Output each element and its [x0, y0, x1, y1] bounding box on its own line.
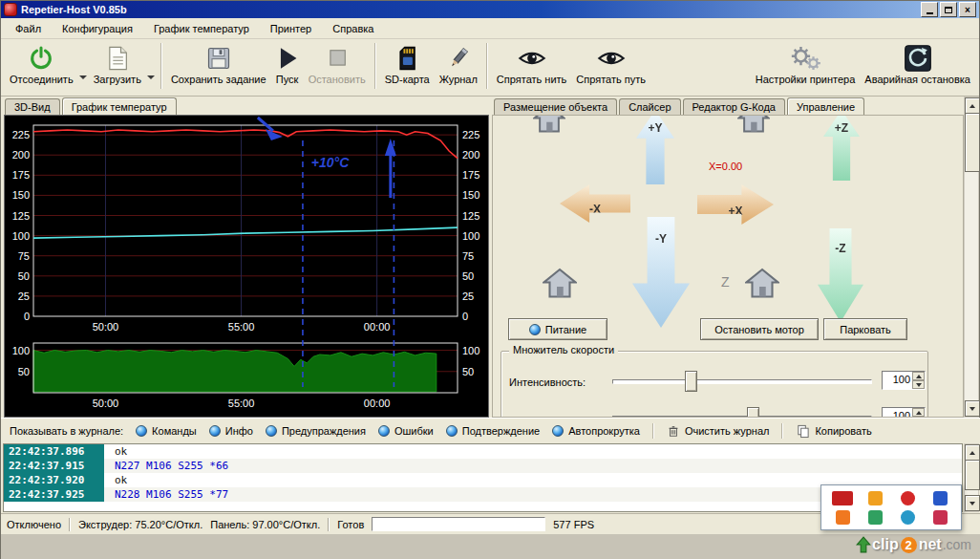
svg-text:125: 125: [12, 210, 30, 222]
svg-text:50:00: 50:00: [93, 398, 119, 409]
svg-text:100: 100: [12, 345, 30, 356]
svg-text:25: 25: [18, 290, 30, 302]
menu-temp-graph[interactable]: График температур: [143, 20, 260, 37]
toggle-errors[interactable]: Ошибки: [378, 425, 434, 437]
tool-icon[interactable]: [868, 491, 883, 505]
menu-config[interactable]: Конфигурация: [52, 20, 143, 37]
tab-3d-view[interactable]: 3D-Вид: [5, 98, 60, 115]
svg-text:55:00: 55:00: [228, 398, 255, 409]
copy-button[interactable]: Копировать: [796, 423, 871, 439]
log-button[interactable]: Журнал: [435, 40, 482, 87]
stop-motor-button[interactable]: Остановить мотор: [700, 318, 819, 340]
spin-down-button[interactable]: [912, 380, 925, 389]
home-all-button[interactable]: [543, 267, 577, 300]
tab-gcode-editor[interactable]: Редактор G-Кода: [683, 98, 785, 115]
jog-minus-x-button[interactable]: -X: [560, 184, 630, 223]
tab-temp-graph[interactable]: График температур: [62, 97, 177, 115]
jog-minus-z-button[interactable]: -Z: [818, 228, 863, 322]
manual-control-area: +Y +Z X=0.00 -X +X -Y -Z Z Питание Остан…: [492, 115, 964, 418]
tool-icon[interactable]: [901, 510, 915, 525]
toolbar-separator: [160, 43, 162, 89]
home-x-button[interactable]: [533, 115, 565, 135]
intensity-slider[interactable]: [612, 371, 872, 391]
scroll-down-button[interactable]: [965, 495, 980, 511]
jog-plus-x-button[interactable]: +X: [697, 184, 774, 225]
minimize-button[interactable]: [921, 2, 938, 17]
toggle-commands[interactable]: Команды: [136, 425, 197, 437]
tool-icon[interactable]: [933, 491, 948, 505]
flow-spinner[interactable]: 100: [882, 407, 926, 418]
spin-up-button[interactable]: [912, 372, 925, 380]
tool-icon[interactable]: [901, 491, 915, 505]
svg-text:150: 150: [462, 189, 479, 201]
slider-thumb[interactable]: [747, 407, 759, 418]
svg-text:175: 175: [462, 169, 479, 181]
x-position-readout: X=0.00: [709, 161, 742, 172]
copy-icon: [796, 423, 810, 439]
toggle-warnings[interactable]: Предупраждения: [266, 425, 366, 437]
menu-help[interactable]: Справка: [322, 20, 384, 37]
load-dropdown[interactable]: [146, 40, 157, 88]
park-button[interactable]: Парковать: [823, 318, 907, 340]
toggle-autoscroll[interactable]: Автопрокрутка: [552, 425, 640, 437]
bottom-strip: [1, 534, 980, 559]
maximize-icon: [945, 7, 952, 13]
intensity-label: Интенсивность:: [509, 376, 586, 388]
scroll-up-button[interactable]: [965, 444, 980, 461]
power-icon: [28, 43, 54, 73]
toggle-ack-label: Подтверждение: [462, 425, 540, 437]
power-button[interactable]: Питание: [508, 318, 607, 340]
sd-card-button[interactable]: SD-карта: [380, 40, 435, 87]
save-job-button[interactable]: Сохранить задание: [166, 40, 271, 87]
spin-up-button[interactable]: [912, 408, 925, 417]
maximize-button[interactable]: [940, 2, 957, 17]
tab-object-placement[interactable]: Размещение объекта: [494, 98, 617, 115]
home-z-button[interactable]: [745, 267, 779, 300]
menu-printer[interactable]: Принтер: [260, 20, 322, 37]
toggle-info[interactable]: Инфо: [209, 425, 253, 437]
tool-icon[interactable]: [832, 491, 853, 505]
log-filter-label: Показывать в журнале:: [10, 425, 123, 437]
hide-travel-button[interactable]: Спрятать путь: [571, 40, 650, 87]
svg-text:125: 125: [462, 210, 479, 222]
emergency-stop-button[interactable]: Аварийная остановка: [860, 40, 975, 87]
scroll-down-button[interactable]: [965, 400, 980, 417]
led-icon: [136, 425, 147, 437]
scroll-up-button[interactable]: [965, 97, 980, 114]
printer-state: Готов: [337, 519, 364, 530]
disconnect-button[interactable]: Отсоединить: [5, 40, 78, 87]
triangle-down-icon: [969, 407, 975, 414]
tab-manual-control[interactable]: Управление: [787, 97, 864, 115]
scroll-thumb[interactable]: [965, 113, 980, 172]
run-button[interactable]: Пуск: [271, 40, 304, 87]
log-row: 22:42:37.896ok: [4, 444, 962, 459]
clear-log-button[interactable]: Очистить журнал: [667, 423, 770, 439]
intensity-value: 100: [893, 374, 910, 385]
disconnect-label: Отсоединить: [10, 74, 74, 85]
printer-settings-button[interactable]: Настройки принтера: [751, 40, 861, 87]
jog-plus-y-button[interactable]: +Y: [636, 115, 674, 184]
tool-icon[interactable]: [868, 510, 883, 525]
hide-filament-button[interactable]: Спрятать нить: [492, 40, 571, 87]
flow-slider[interactable]: [612, 407, 872, 418]
document-icon: [105, 43, 130, 73]
intensity-spinner[interactable]: 100: [882, 371, 926, 390]
home-y-button[interactable]: [737, 115, 770, 135]
clip2net-watermark[interactable]: clip 2 net .com: [856, 536, 971, 553]
menu-file[interactable]: Файл: [5, 20, 52, 37]
tab-slicer[interactable]: Слайсер: [619, 98, 680, 115]
bed-status: Панель: 97.00°C/Откл.: [210, 519, 320, 530]
tool-icon[interactable]: [836, 510, 850, 525]
disconnect-dropdown[interactable]: [78, 40, 89, 88]
tool-icon[interactable]: [933, 510, 948, 525]
stop-button[interactable]: Остановить: [304, 40, 371, 87]
load-button[interactable]: Загрузить: [89, 40, 146, 87]
toggle-ack[interactable]: Подтверждение: [446, 425, 540, 437]
jog-minus-y-button[interactable]: -Y: [632, 217, 690, 328]
scroll-thumb[interactable]: [965, 460, 980, 490]
stop-icon: [326, 43, 349, 73]
slider-thumb[interactable]: [685, 371, 697, 392]
log-message: ok: [104, 444, 127, 459]
close-button[interactable]: ×: [959, 2, 976, 17]
jog-plus-z-button[interactable]: +Z: [823, 115, 860, 181]
